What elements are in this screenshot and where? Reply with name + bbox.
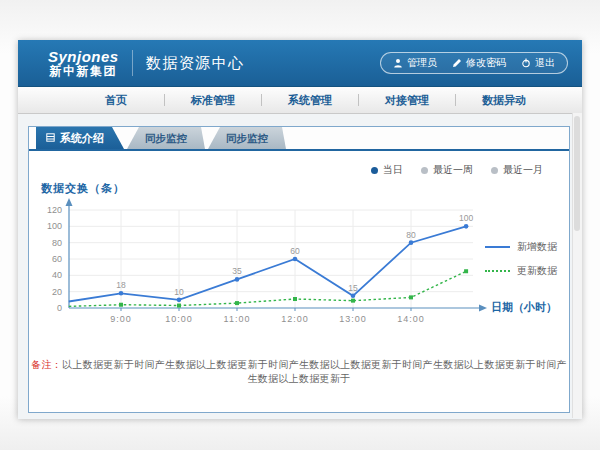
svg-text:0: 0 <box>57 303 62 313</box>
user-toolbar: 管理员 修改密码 退出 <box>380 52 568 74</box>
power-icon <box>521 58 531 68</box>
blue-line-swatch-icon <box>485 246 510 248</box>
footnote-prefix: 备注： <box>31 359 62 370</box>
content-area: 系统介绍 同步监控 同步监控 当日 最近一周 <box>18 114 582 419</box>
nav-item-interface-mgmt[interactable]: 对接管理 <box>359 93 455 108</box>
svg-text:80: 80 <box>406 230 416 240</box>
svg-text:12:00: 12:00 <box>281 314 309 324</box>
svg-text:9:00: 9:00 <box>110 314 132 324</box>
company-logo: Synjones 新中新集团 <box>48 49 119 78</box>
legend-item-new-data[interactable]: 新增数据 <box>485 240 557 254</box>
svg-text:10: 10 <box>174 287 184 297</box>
footnote-text: 以上数据更新于时间产生数据以上数据更新于时间产生数据以上数据更新于时间产生数据以… <box>62 359 567 384</box>
svg-text:14:00: 14:00 <box>397 314 425 324</box>
tab-bar: 系统介绍 同步监控 同步监控 <box>29 127 569 151</box>
filter-today-label: 当日 <box>383 163 403 177</box>
svg-text:60: 60 <box>52 254 62 264</box>
svg-text:40: 40 <box>52 270 62 280</box>
change-password-button[interactable]: 修改密码 <box>452 56 506 70</box>
svg-text:15: 15 <box>348 283 358 293</box>
filter-last-month-label: 最近一月 <box>503 163 543 177</box>
logo-english: Synjones <box>48 49 119 64</box>
app-window: Synjones 新中新集团 数据资源中心 管理员 修改密码 退出 <box>18 40 582 418</box>
chart-legend: 新增数据 更新数据 <box>485 240 557 278</box>
radio-dot-icon <box>371 167 378 174</box>
green-dotted-swatch-icon <box>485 270 510 272</box>
change-password-label: 修改密码 <box>466 56 506 70</box>
filter-last-week-label: 最近一周 <box>433 163 473 177</box>
svg-text:13:00: 13:00 <box>339 314 367 324</box>
main-nav: 首页 标准管理 系统管理 对接管理 数据异动 <box>18 87 582 114</box>
y-axis-title: 数据交换（条） <box>41 181 569 196</box>
admin-user-label: 管理员 <box>407 56 437 70</box>
svg-text:120: 120 <box>47 205 62 215</box>
tab-label: 系统介绍 <box>60 127 104 149</box>
svg-text:18: 18 <box>116 280 126 290</box>
period-filter-group: 当日 最近一周 最近一月 <box>29 151 569 177</box>
nav-item-standard-mgmt[interactable]: 标准管理 <box>165 93 261 108</box>
radio-dot-icon <box>421 167 428 174</box>
svg-text:100: 100 <box>47 221 62 231</box>
admin-user-button[interactable]: 管理员 <box>393 56 437 70</box>
logout-label: 退出 <box>535 56 555 70</box>
line-chart: 0204060801001209:0010:0011:0012:0013:001… <box>29 196 559 336</box>
x-axis-title: 日期（小时） <box>491 300 557 315</box>
document-grid-icon <box>46 127 55 149</box>
header-divider <box>132 50 133 76</box>
app-header: Synjones 新中新集团 数据资源中心 管理员 修改密码 退出 <box>18 40 582 87</box>
nav-item-data-change[interactable]: 数据异动 <box>456 93 552 108</box>
svg-text:11:00: 11:00 <box>224 314 251 324</box>
svg-text:10:00: 10:00 <box>165 314 193 324</box>
legend-item-updated-data[interactable]: 更新数据 <box>485 264 557 278</box>
tab-sync-monitor-1[interactable]: 同步监控 <box>127 127 205 149</box>
page-background: Synjones 新中新集团 数据资源中心 管理员 修改密码 退出 <box>0 0 600 450</box>
svg-text:100: 100 <box>459 213 473 223</box>
radio-dot-icon <box>491 167 498 174</box>
filter-last-month[interactable]: 最近一月 <box>491 163 543 177</box>
panel-card: 系统介绍 同步监控 同步监控 当日 最近一周 <box>28 126 570 413</box>
vertical-scrollbar[interactable] <box>572 113 582 418</box>
nav-item-home[interactable]: 首页 <box>68 93 164 108</box>
footnote: 备注：以上数据更新于时间产生数据以上数据更新于时间产生数据以上数据更新于时间产生… <box>29 358 569 386</box>
chart-container: 0204060801001209:0010:0011:0012:0013:001… <box>29 196 569 336</box>
nav-item-system-mgmt[interactable]: 系统管理 <box>262 93 358 108</box>
svg-text:60: 60 <box>290 246 300 256</box>
legend-label: 新增数据 <box>517 240 557 254</box>
svg-text:20: 20 <box>52 287 62 297</box>
tab-sync-monitor-2[interactable]: 同步监控 <box>208 127 286 149</box>
logout-button[interactable]: 退出 <box>521 56 555 70</box>
filter-today[interactable]: 当日 <box>371 163 403 177</box>
user-icon <box>393 58 403 68</box>
edit-icon <box>452 58 462 68</box>
filter-last-week[interactable]: 最近一周 <box>421 163 473 177</box>
tab-system-intro[interactable]: 系统介绍 <box>36 127 124 149</box>
svg-text:35: 35 <box>232 266 242 276</box>
scrollbar-thumb[interactable] <box>574 116 580 231</box>
logo-chinese: 新中新集团 <box>48 64 119 78</box>
legend-label: 更新数据 <box>517 264 557 278</box>
page-title: 数据资源中心 <box>146 54 245 73</box>
svg-text:80: 80 <box>52 238 62 248</box>
